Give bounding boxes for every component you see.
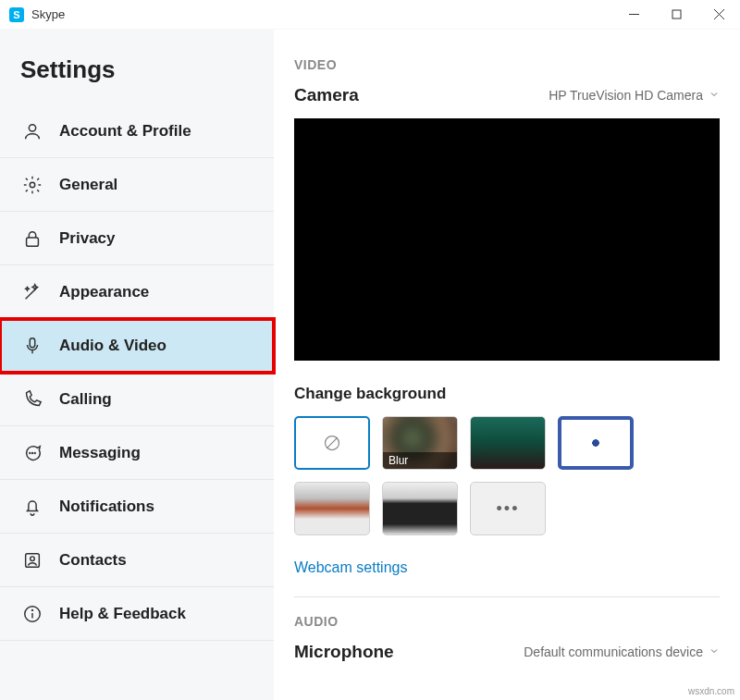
wand-icon xyxy=(22,282,43,302)
settings-sidebar: Settings Account & Profile General Priva… xyxy=(0,30,274,700)
sidebar-item-account-profile[interactable]: Account & Profile xyxy=(0,104,274,158)
sidebar-item-label: Calling xyxy=(59,390,112,409)
section-divider xyxy=(294,596,720,597)
bell-icon xyxy=(22,497,43,517)
chat-icon xyxy=(22,443,43,463)
sidebar-item-label: Help & Feedback xyxy=(59,605,186,623)
microphone-icon xyxy=(22,336,43,356)
sidebar-item-help-feedback[interactable]: Help & Feedback xyxy=(0,587,274,641)
svg-point-12 xyxy=(31,556,35,560)
svg-point-15 xyxy=(32,609,33,610)
bg-option-preset-4[interactable] xyxy=(382,482,458,535)
sidebar-item-appearance[interactable]: Appearance xyxy=(0,265,274,319)
none-icon xyxy=(323,434,341,452)
sidebar-item-label: Privacy xyxy=(59,229,116,248)
bg-option-more[interactable]: ••• xyxy=(470,482,546,535)
bg-option-blur[interactable]: Blur xyxy=(382,416,458,470)
phone-icon xyxy=(22,389,43,410)
bg-option-preset-1[interactable] xyxy=(470,416,546,470)
background-options: Blur ••• xyxy=(294,416,720,535)
sidebar-item-label: Appearance xyxy=(59,283,149,301)
contacts-icon xyxy=(22,550,43,571)
svg-point-8 xyxy=(30,452,31,453)
microphone-label: Microphone xyxy=(294,642,394,662)
svg-rect-7 xyxy=(30,338,35,347)
camera-preview xyxy=(294,118,720,361)
chevron-down-icon xyxy=(709,88,720,103)
sidebar-item-messaging[interactable]: Messaging xyxy=(0,426,274,480)
window-title: Skype xyxy=(31,7,65,21)
sidebar-item-calling[interactable]: Calling xyxy=(0,373,274,426)
webcam-settings-link[interactable]: Webcam settings xyxy=(294,559,407,576)
titlebar: S Skype xyxy=(0,0,740,30)
maximize-button[interactable] xyxy=(655,0,697,29)
info-icon xyxy=(22,604,43,624)
bg-option-preset-2[interactable] xyxy=(558,416,634,470)
change-background-label: Change background xyxy=(294,385,720,403)
skype-app-icon: S xyxy=(9,7,24,22)
more-dots-icon: ••• xyxy=(497,499,520,519)
video-section-heading: VIDEO xyxy=(294,57,720,72)
sidebar-item-label: Contacts xyxy=(59,551,127,570)
sidebar-item-notifications[interactable]: Notifications xyxy=(0,480,274,534)
sidebar-item-contacts[interactable]: Contacts xyxy=(0,534,274,587)
sidebar-item-label: Account & Profile xyxy=(59,122,191,141)
svg-rect-1 xyxy=(672,10,681,18)
camera-dropdown[interactable]: HP TrueVision HD Camera xyxy=(549,88,720,103)
sidebar-item-general[interactable]: General xyxy=(0,158,274,212)
camera-label: Camera xyxy=(294,85,359,105)
svg-rect-6 xyxy=(27,238,39,246)
sidebar-item-label: General xyxy=(59,176,117,194)
microphone-dropdown[interactable]: Default communications device xyxy=(524,645,720,659)
sidebar-item-label: Notifications xyxy=(59,497,154,516)
person-icon xyxy=(22,121,43,141)
watermark: wsxdn.com xyxy=(688,686,734,696)
close-button[interactable] xyxy=(697,0,740,29)
gear-icon xyxy=(22,175,43,195)
sidebar-item-label: Audio & Video xyxy=(59,337,166,355)
audio-section-heading: AUDIO xyxy=(294,614,720,629)
sidebar-item-label: Messaging xyxy=(59,444,141,462)
microphone-value: Default communications device xyxy=(524,645,703,659)
main-panel: VIDEO Camera HP TrueVision HD Camera Cha… xyxy=(274,30,740,700)
minimize-button[interactable] xyxy=(612,0,655,29)
svg-point-4 xyxy=(29,124,35,130)
window-controls xyxy=(612,0,740,29)
bg-option-none[interactable] xyxy=(294,416,370,470)
lock-icon xyxy=(22,228,43,249)
settings-title: Settings xyxy=(0,30,274,104)
svg-line-17 xyxy=(327,437,338,448)
svg-point-9 xyxy=(32,452,33,453)
svg-point-5 xyxy=(30,182,35,188)
blur-caption: Blur xyxy=(383,452,457,469)
bg-option-preset-3[interactable] xyxy=(294,482,370,535)
camera-value: HP TrueVision HD Camera xyxy=(549,88,703,103)
sidebar-item-audio-video[interactable]: Audio & Video xyxy=(0,319,274,373)
chevron-down-icon xyxy=(709,645,720,659)
svg-point-10 xyxy=(34,452,35,453)
sidebar-item-privacy[interactable]: Privacy xyxy=(0,212,274,265)
